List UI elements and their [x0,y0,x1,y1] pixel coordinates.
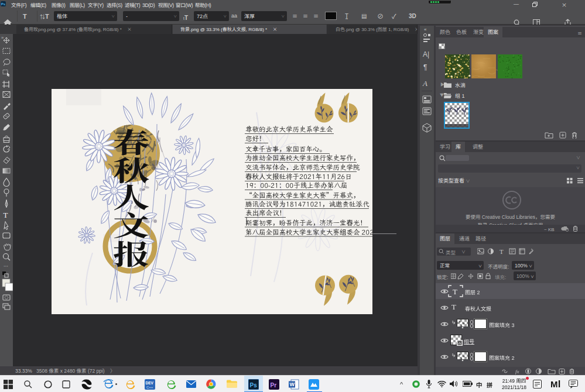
svg-text:«: « [424,26,427,32]
svg-text:T: T [453,287,457,296]
svg-text:报: 报 [113,232,150,272]
svg-text:您好！: 您好！ [245,134,266,143]
svg-text:为推动全国高校大学生进行家史写作，: 为推动全国高校大学生进行家史写作， [245,153,360,162]
svg-text:Pr: Pr [271,382,277,388]
svg-text:T: T [500,248,504,255]
svg-text:文章千古事，家国百年心。: 文章千古事，家国百年心。 [245,145,326,153]
svg-text:»: » [1,34,4,40]
svg-text:¶: ¶ [423,61,427,71]
svg-text:T: T [4,211,8,219]
svg-text:A|: A| [423,49,429,59]
svg-text:19：00-21：00于线上举办第八届: 19：00-21：00于线上举办第八届 [245,181,347,190]
svg-text:斯霎初霁，盼吾侪于此，济济一堂春光！: 斯霎初霁，盼吾侪于此，济济一堂春光！ [245,218,367,227]
svg-text:交流书写体会，北京师范大学历史学院: 交流书写体会，北京师范大学历史学院 [245,163,360,171]
svg-text:尊敬的北京大学历史系学生会: 尊敬的北京大学历史系学生会 [245,125,333,133]
svg-text:第八届全国高校大学生家史大赛组委会 202: 第八届全国高校大学生家史大赛组委会 202 [245,228,372,236]
svg-text:Ps: Ps [250,382,258,388]
svg-text:C++: C++ [146,386,153,389]
svg-text:M: M [550,380,558,388]
svg-text:腾讯会议号为181471021，诚邀贵社派代: 腾讯会议号为181471021，诚邀贵社派代 [245,200,370,208]
svg-text:A: A [422,79,427,88]
svg-text:fx: fx [515,369,519,374]
svg-text:表出席会议！: 表出席会议！ [245,208,286,217]
svg-text:DEV: DEV [146,381,154,385]
svg-text:“全国高校大学生家史大赛”开幕式，: “全国高校大学生家史大赛”开幕式， [245,191,360,200]
svg-text:⋯: ⋯ [4,263,8,269]
svg-text:春秋人文报社将于2021年11月26日: 春秋人文报社将于2021年11月26日 [245,172,352,181]
svg-text:W: W [290,381,295,387]
